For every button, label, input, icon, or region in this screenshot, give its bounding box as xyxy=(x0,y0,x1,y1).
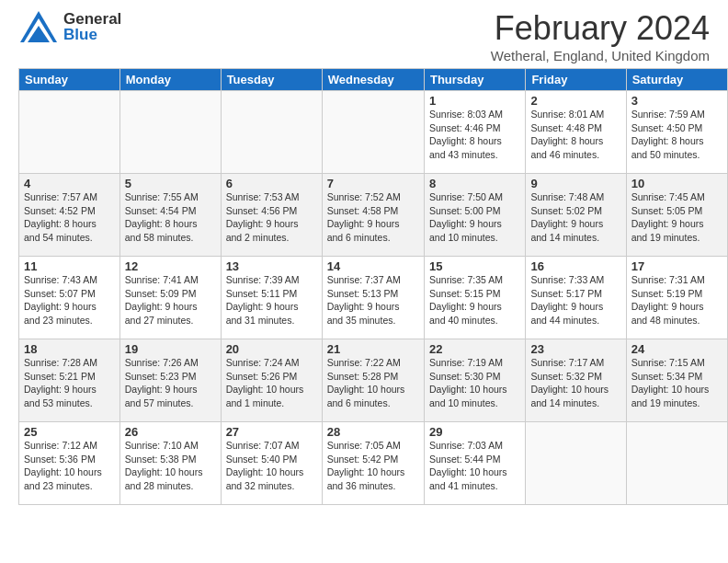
logo-icon xyxy=(18,9,60,44)
day-info: Sunrise: 7:07 AM Sunset: 5:40 PM Dayligh… xyxy=(226,439,317,493)
calendar-cell: 8Sunrise: 7:50 AM Sunset: 5:00 PM Daylig… xyxy=(424,174,525,257)
calendar-cell: 17Sunrise: 7:31 AM Sunset: 5:19 PM Dayli… xyxy=(626,257,727,339)
day-number: 27 xyxy=(226,425,317,439)
day-info: Sunrise: 7:59 AM Sunset: 4:50 PM Dayligh… xyxy=(631,108,722,162)
day-info: Sunrise: 7:52 AM Sunset: 4:58 PM Dayligh… xyxy=(327,190,419,245)
day-info: Sunrise: 7:19 AM Sunset: 5:30 PM Dayligh… xyxy=(429,356,520,410)
day-info: Sunrise: 7:50 AM Sunset: 5:00 PM Dayligh… xyxy=(429,190,520,245)
calendar-cell: 14Sunrise: 7:37 AM Sunset: 5:13 PM Dayli… xyxy=(322,257,424,339)
calendar-week-2: 4Sunrise: 7:57 AM Sunset: 4:52 PM Daylig… xyxy=(19,174,728,257)
calendar-cell: 3Sunrise: 7:59 AM Sunset: 4:50 PM Daylig… xyxy=(626,91,727,174)
calendar-header-friday: Friday xyxy=(526,69,626,91)
day-number: 29 xyxy=(429,425,520,439)
day-number: 16 xyxy=(530,259,620,273)
calendar-cell: 24Sunrise: 7:15 AM Sunset: 5:34 PM Dayli… xyxy=(626,339,727,422)
day-number: 4 xyxy=(24,177,115,190)
day-info: Sunrise: 7:28 AM Sunset: 5:21 PM Dayligh… xyxy=(24,356,115,410)
day-number: 28 xyxy=(327,425,419,439)
calendar-header-row: SundayMondayTuesdayWednesdayThursdayFrid… xyxy=(19,69,728,91)
day-number: 2 xyxy=(530,94,620,108)
day-info: Sunrise: 7:05 AM Sunset: 5:42 PM Dayligh… xyxy=(327,439,419,493)
calendar-cell xyxy=(626,422,727,505)
calendar-week-3: 11Sunrise: 7:43 AM Sunset: 5:07 PM Dayli… xyxy=(19,257,728,339)
day-number: 20 xyxy=(226,342,317,356)
day-number: 17 xyxy=(631,259,722,273)
day-number: 9 xyxy=(530,177,620,190)
calendar-cell: 9Sunrise: 7:48 AM Sunset: 5:02 PM Daylig… xyxy=(526,174,626,257)
calendar-cell xyxy=(119,91,221,174)
day-number: 5 xyxy=(125,177,216,190)
day-info: Sunrise: 7:22 AM Sunset: 5:28 PM Dayligh… xyxy=(327,356,419,410)
calendar-table: SundayMondayTuesdayWednesdayThursdayFrid… xyxy=(18,68,728,505)
calendar-cell: 20Sunrise: 7:24 AM Sunset: 5:26 PM Dayli… xyxy=(221,339,322,422)
title-area: February 2024 Wetheral, England, United … xyxy=(491,9,710,63)
calendar-cell: 2Sunrise: 8:01 AM Sunset: 4:48 PM Daylig… xyxy=(526,91,626,174)
day-info: Sunrise: 7:48 AM Sunset: 5:02 PM Dayligh… xyxy=(530,190,620,245)
day-number: 13 xyxy=(226,259,317,273)
day-info: Sunrise: 7:53 AM Sunset: 4:56 PM Dayligh… xyxy=(226,190,317,245)
calendar-cell: 23Sunrise: 7:17 AM Sunset: 5:32 PM Dayli… xyxy=(526,339,626,422)
day-number: 10 xyxy=(631,177,722,190)
calendar-cell: 15Sunrise: 7:35 AM Sunset: 5:15 PM Dayli… xyxy=(424,257,525,339)
day-info: Sunrise: 7:45 AM Sunset: 5:05 PM Dayligh… xyxy=(631,190,722,245)
day-info: Sunrise: 7:35 AM Sunset: 5:15 PM Dayligh… xyxy=(429,273,520,327)
calendar-cell: 21Sunrise: 7:22 AM Sunset: 5:28 PM Dayli… xyxy=(322,339,424,422)
calendar-cell: 6Sunrise: 7:53 AM Sunset: 4:56 PM Daylig… xyxy=(221,174,322,257)
day-number: 23 xyxy=(530,342,620,356)
location: Wetheral, England, United Kingdom xyxy=(491,48,710,63)
day-number: 22 xyxy=(429,342,520,356)
logo-general: General xyxy=(63,11,121,27)
calendar-header-monday: Monday xyxy=(119,69,221,91)
day-info: Sunrise: 8:01 AM Sunset: 4:48 PM Dayligh… xyxy=(530,108,620,162)
day-number: 6 xyxy=(226,177,317,190)
calendar-cell xyxy=(221,91,322,174)
day-number: 8 xyxy=(429,177,520,190)
day-number: 12 xyxy=(125,259,216,273)
calendar-cell xyxy=(322,91,424,174)
day-number: 24 xyxy=(631,342,722,356)
day-info: Sunrise: 7:26 AM Sunset: 5:23 PM Dayligh… xyxy=(125,356,216,410)
day-info: Sunrise: 7:15 AM Sunset: 5:34 PM Dayligh… xyxy=(631,356,722,410)
calendar-cell: 16Sunrise: 7:33 AM Sunset: 5:17 PM Dayli… xyxy=(526,257,626,339)
day-info: Sunrise: 7:37 AM Sunset: 5:13 PM Dayligh… xyxy=(327,273,419,327)
day-number: 14 xyxy=(327,259,419,273)
calendar-week-1: 1Sunrise: 8:03 AM Sunset: 4:46 PM Daylig… xyxy=(19,91,728,174)
calendar-cell: 11Sunrise: 7:43 AM Sunset: 5:07 PM Dayli… xyxy=(19,257,120,339)
day-info: Sunrise: 7:03 AM Sunset: 5:44 PM Dayligh… xyxy=(429,439,520,493)
day-info: Sunrise: 7:39 AM Sunset: 5:11 PM Dayligh… xyxy=(226,273,317,327)
calendar-cell: 7Sunrise: 7:52 AM Sunset: 4:58 PM Daylig… xyxy=(322,174,424,257)
calendar-body: 1Sunrise: 8:03 AM Sunset: 4:46 PM Daylig… xyxy=(19,91,728,505)
calendar-cell: 22Sunrise: 7:19 AM Sunset: 5:30 PM Dayli… xyxy=(424,339,525,422)
day-number: 1 xyxy=(429,94,520,108)
calendar-header-tuesday: Tuesday xyxy=(221,69,322,91)
calendar-cell: 29Sunrise: 7:03 AM Sunset: 5:44 PM Dayli… xyxy=(424,422,525,505)
day-number: 15 xyxy=(429,259,520,273)
calendar-wrapper: SundayMondayTuesdayWednesdayThursdayFrid… xyxy=(0,68,728,510)
calendar-cell: 1Sunrise: 8:03 AM Sunset: 4:46 PM Daylig… xyxy=(424,91,525,174)
calendar-cell: 12Sunrise: 7:41 AM Sunset: 5:09 PM Dayli… xyxy=(119,257,221,339)
day-number: 18 xyxy=(24,342,115,356)
calendar-header-saturday: Saturday xyxy=(626,69,727,91)
month-title: February 2024 xyxy=(491,9,710,48)
logo: General Blue xyxy=(18,9,121,44)
day-info: Sunrise: 7:57 AM Sunset: 4:52 PM Dayligh… xyxy=(24,190,115,245)
day-number: 26 xyxy=(125,425,216,439)
logo-text: General Blue xyxy=(63,11,121,42)
calendar-cell: 18Sunrise: 7:28 AM Sunset: 5:21 PM Dayli… xyxy=(19,339,120,422)
day-info: Sunrise: 7:12 AM Sunset: 5:36 PM Dayligh… xyxy=(24,439,115,493)
calendar-cell: 28Sunrise: 7:05 AM Sunset: 5:42 PM Dayli… xyxy=(322,422,424,505)
logo-blue: Blue xyxy=(63,27,121,42)
calendar-header-wednesday: Wednesday xyxy=(322,69,424,91)
day-number: 11 xyxy=(24,259,115,273)
day-info: Sunrise: 8:03 AM Sunset: 4:46 PM Dayligh… xyxy=(429,108,520,162)
day-info: Sunrise: 7:55 AM Sunset: 4:54 PM Dayligh… xyxy=(125,190,216,245)
calendar-header-sunday: Sunday xyxy=(19,69,120,91)
day-info: Sunrise: 7:24 AM Sunset: 5:26 PM Dayligh… xyxy=(226,356,317,410)
day-info: Sunrise: 7:17 AM Sunset: 5:32 PM Dayligh… xyxy=(530,356,620,410)
day-number: 21 xyxy=(327,342,419,356)
day-info: Sunrise: 7:33 AM Sunset: 5:17 PM Dayligh… xyxy=(530,273,620,327)
calendar-cell: 26Sunrise: 7:10 AM Sunset: 5:38 PM Dayli… xyxy=(119,422,221,505)
calendar-cell xyxy=(526,422,626,505)
day-number: 19 xyxy=(125,342,216,356)
calendar-cell: 5Sunrise: 7:55 AM Sunset: 4:54 PM Daylig… xyxy=(119,174,221,257)
